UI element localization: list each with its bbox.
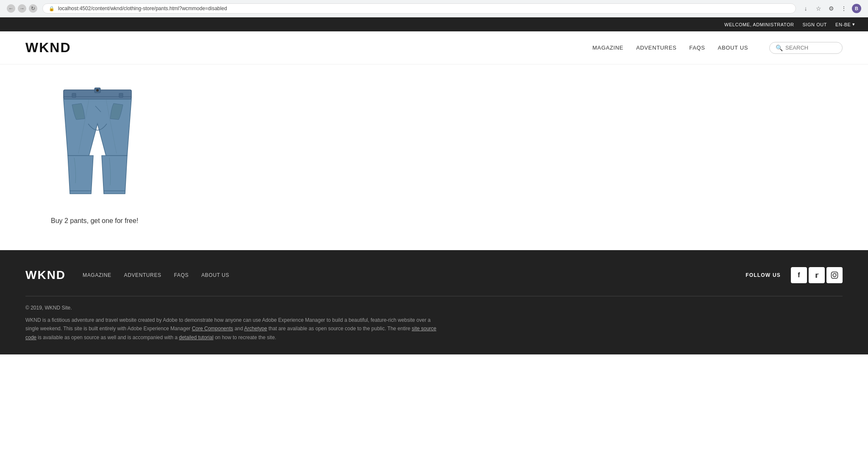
footer-nav-faqs[interactable]: FAQS xyxy=(174,272,189,278)
footer-nav-magazine[interactable]: MAGAZINE xyxy=(83,272,111,278)
core-components-link[interactable]: Core Components xyxy=(192,326,233,332)
nav-faqs[interactable]: FAQS xyxy=(689,45,705,51)
reload-button[interactable]: ↻ xyxy=(29,4,37,13)
top-bar: WELCOME, ADMINISTRATOR SIGN OUT EN-BE ▾ xyxy=(0,17,868,31)
search-box[interactable]: 🔍 xyxy=(769,42,843,54)
extensions-icon[interactable]: ⚙ xyxy=(826,4,836,13)
footer-social: FOLLOW US f 𝕣 xyxy=(746,267,843,283)
instagram-icon[interactable] xyxy=(826,267,843,283)
language-label: EN-BE xyxy=(835,22,851,27)
site-footer: WKND MAGAZINE ADVENTURES FAQS ABOUT US F… xyxy=(0,250,868,354)
svg-point-2 xyxy=(96,89,99,92)
chevron-down-icon: ▾ xyxy=(852,22,855,27)
url-text: localhost:4502/content/wknd/clothing-sto… xyxy=(58,6,227,11)
site-logo[interactable]: WKND xyxy=(25,40,71,56)
svg-point-13 xyxy=(836,273,837,274)
footer-nav: MAGAZINE ADVENTURES FAQS ABOUT US xyxy=(83,272,729,278)
forward-button[interactable]: → xyxy=(18,4,26,13)
footer-divider xyxy=(25,296,843,296)
svg-point-12 xyxy=(833,273,836,277)
footer-logo[interactable]: WKND xyxy=(25,268,66,282)
browser-toolbar-icons: ↓ ☆ ⚙ ⋮ B xyxy=(801,4,861,13)
social-icons: f 𝕣 xyxy=(791,267,843,283)
address-bar[interactable]: 🔒 localhost:4502/content/wknd/clothing-s… xyxy=(42,3,796,14)
user-avatar[interactable]: B xyxy=(852,4,861,13)
menu-icon[interactable]: ⋮ xyxy=(839,4,849,13)
svg-rect-11 xyxy=(832,272,838,279)
pants-illustration xyxy=(51,81,144,209)
footer-copyright: © 2019, WKND Site. xyxy=(25,305,843,311)
tutorial-link[interactable]: detailed tutorial xyxy=(179,335,213,340)
browser-nav-buttons: ← → ↻ xyxy=(7,4,37,13)
main-content: Buy 2 pants, get one for free! xyxy=(0,64,868,250)
download-icon[interactable]: ↓ xyxy=(801,4,810,13)
facebook-icon[interactable]: f xyxy=(791,267,807,283)
footer-nav-about[interactable]: ABOUT US xyxy=(201,272,229,278)
product-caption: Buy 2 pants, get one for free! xyxy=(51,217,138,225)
lock-icon: 🔒 xyxy=(49,6,55,11)
svg-rect-9 xyxy=(72,93,76,98)
nav-adventures[interactable]: ADVENTURES xyxy=(636,45,676,51)
footer-description: WKND is a fictitious adventure and trave… xyxy=(25,316,441,342)
nav-magazine[interactable]: MAGAZINE xyxy=(593,45,623,51)
follow-us-label: FOLLOW US xyxy=(746,272,781,278)
search-input[interactable] xyxy=(785,45,836,51)
welcome-text: WELCOME, ADMINISTRATOR xyxy=(724,22,794,27)
browser-chrome: ← → ↻ 🔒 localhost:4502/content/wknd/clot… xyxy=(0,0,868,17)
footer-nav-adventures[interactable]: ADVENTURES xyxy=(124,272,161,278)
footer-top: WKND MAGAZINE ADVENTURES FAQS ABOUT US F… xyxy=(25,267,843,283)
svg-rect-10 xyxy=(119,93,123,98)
language-selector[interactable]: EN-BE ▾ xyxy=(835,22,855,27)
archetype-link[interactable]: Archetype xyxy=(244,326,267,332)
search-icon: 🔍 xyxy=(776,45,783,51)
back-button[interactable]: ← xyxy=(7,4,15,13)
site-header: WKND MAGAZINE ADVENTURES FAQS ABOUT US 🔍 xyxy=(0,31,868,64)
star-icon[interactable]: ☆ xyxy=(814,4,823,13)
twitter-icon[interactable]: 𝕣 xyxy=(809,267,825,283)
nav-about[interactable]: ABOUT US xyxy=(718,45,748,51)
main-nav: MAGAZINE ADVENTURES FAQS ABOUT US 🔍 xyxy=(593,42,843,54)
product-image-container: Buy 2 pants, get one for free! xyxy=(51,81,199,225)
sign-out-link[interactable]: SIGN OUT xyxy=(802,22,827,27)
